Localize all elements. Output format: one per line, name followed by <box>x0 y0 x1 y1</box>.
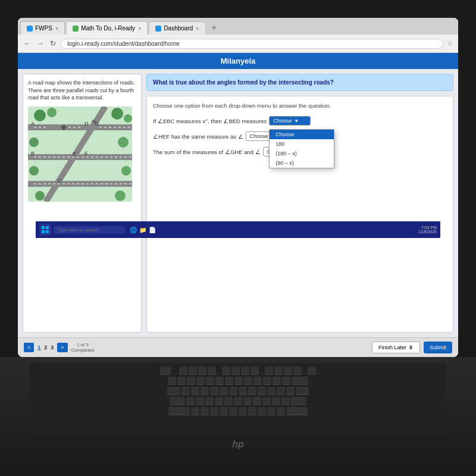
submit-button[interactable]: Submit <box>424 342 452 353</box>
page-2[interactable]: 2 <box>44 345 47 350</box>
dropdown-button-1[interactable]: Choose ▼ <box>269 116 311 126</box>
key-f7[interactable] <box>241 367 249 375</box>
dropdown-option-180-x[interactable]: (180 – x) <box>270 149 334 158</box>
key-8[interactable] <box>244 377 252 385</box>
key-a[interactable] <box>186 397 195 405</box>
key-delete[interactable] <box>308 367 316 375</box>
key-f5[interactable] <box>222 367 230 375</box>
key-c[interactable] <box>210 407 218 415</box>
key-z[interactable] <box>191 407 199 415</box>
dropdown-option-180[interactable]: 180 <box>270 139 334 149</box>
forward-button[interactable]: → <box>36 38 45 49</box>
key-h[interactable] <box>234 397 242 405</box>
key-n[interactable] <box>239 407 247 415</box>
key-4[interactable] <box>206 377 214 385</box>
key-p[interactable] <box>267 387 275 395</box>
key-apostrophe[interactable] <box>281 397 290 405</box>
start-button[interactable] <box>39 224 51 236</box>
tab-fwps[interactable]: FWPS × <box>20 21 65 35</box>
dropdown-option-choose[interactable]: Choose <box>270 130 334 139</box>
key-backspace[interactable] <box>292 377 308 385</box>
key-minus[interactable] <box>273 377 281 385</box>
laptop-screen: FWPS × Math To Do, i-Ready × Dashboard ×… <box>18 18 458 357</box>
taskbar-icon-edge: 🌐 <box>130 227 137 233</box>
page-1[interactable]: 1 <box>37 345 40 350</box>
key-backtick[interactable] <box>168 377 176 385</box>
key-period[interactable] <box>267 407 275 415</box>
key-y[interactable] <box>229 387 237 395</box>
key-x[interactable] <box>201 407 209 415</box>
finish-later-button[interactable]: Finish Later ⏸ <box>372 342 420 353</box>
key-i[interactable] <box>248 387 256 395</box>
key-capslock[interactable] <box>170 397 185 405</box>
key-j[interactable] <box>243 397 252 405</box>
key-g[interactable] <box>224 397 233 405</box>
key-r[interactable] <box>210 387 218 395</box>
key-f11[interactable] <box>284 367 292 375</box>
svg-rect-31 <box>46 226 49 229</box>
tab-dashboard[interactable]: Dashboard × <box>149 21 205 35</box>
dropdown-option-90-x[interactable]: (90 – x) <box>270 158 334 168</box>
key-enter2[interactable] <box>291 397 306 405</box>
key-f12[interactable] <box>293 367 302 375</box>
key-f1[interactable] <box>179 367 187 375</box>
key-6[interactable] <box>225 377 233 385</box>
page-3[interactable]: 3 <box>51 345 54 350</box>
key-f8[interactable] <box>250 367 259 375</box>
key-o[interactable] <box>258 387 266 395</box>
key-s[interactable] <box>196 397 204 405</box>
key-f[interactable] <box>215 397 223 405</box>
key-f2[interactable] <box>189 367 197 375</box>
key-l[interactable] <box>262 397 271 405</box>
back-button[interactable]: ← <box>23 38 32 49</box>
refresh-button[interactable]: ↻ <box>49 38 57 49</box>
key-e[interactable] <box>201 387 209 395</box>
key-d[interactable] <box>205 397 214 405</box>
tab-close-dashboard[interactable]: × <box>196 26 199 32</box>
key-t[interactable] <box>220 387 228 395</box>
key-w[interactable] <box>191 387 199 395</box>
key-v[interactable] <box>220 407 228 415</box>
key-5[interactable] <box>215 377 224 385</box>
key-b[interactable] <box>229 407 237 415</box>
key-comma[interactable] <box>258 407 266 415</box>
prev-button[interactable]: < <box>24 343 34 352</box>
key-f9[interactable] <box>265 367 273 375</box>
key-3[interactable] <box>196 377 205 385</box>
taskbar-search[interactable] <box>54 226 125 234</box>
tab-iready[interactable]: Math To Do, i-Ready × <box>66 21 148 35</box>
key-f10[interactable] <box>274 367 283 375</box>
svg-point-18 <box>35 191 45 201</box>
row2-prefix: ∠HEF has the same measure as ∠ <box>153 133 243 140</box>
key-shift-left[interactable] <box>168 407 190 415</box>
tab-close-iready[interactable]: × <box>138 26 141 32</box>
key-f6[interactable] <box>231 367 240 375</box>
key-equals[interactable] <box>282 377 290 385</box>
key-m[interactable] <box>248 407 256 415</box>
bookmark-icon[interactable]: ☆ <box>447 39 453 48</box>
key-f3[interactable] <box>198 367 206 375</box>
key-esc[interactable] <box>160 367 171 375</box>
key-lbracket[interactable] <box>277 387 285 395</box>
key-shift-right[interactable] <box>286 407 308 415</box>
key-u[interactable] <box>239 387 247 395</box>
new-tab-button[interactable]: + <box>207 21 221 34</box>
key-q[interactable] <box>181 387 190 395</box>
key-slash[interactable] <box>277 407 285 415</box>
key-0[interactable] <box>263 377 271 385</box>
next-button[interactable]: > <box>57 343 67 352</box>
svg-point-16 <box>29 166 39 176</box>
key-7[interactable] <box>234 377 243 385</box>
key-1[interactable] <box>177 377 186 385</box>
tab-close-fwps[interactable]: × <box>55 26 58 32</box>
key-k[interactable] <box>253 397 261 405</box>
key-9[interactable] <box>253 377 262 385</box>
key-tab[interactable] <box>167 387 180 395</box>
key-rbracket[interactable] <box>286 387 295 395</box>
address-bar[interactable]: login.i-ready.com/student/dashboard/home <box>61 39 443 49</box>
key-enter[interactable] <box>296 387 309 395</box>
key-2[interactable] <box>187 377 195 385</box>
key-f4[interactable] <box>208 367 216 375</box>
key-semicolon[interactable] <box>272 397 280 405</box>
browser-chrome: FWPS × Math To Do, i-Ready × Dashboard ×… <box>18 18 458 53</box>
